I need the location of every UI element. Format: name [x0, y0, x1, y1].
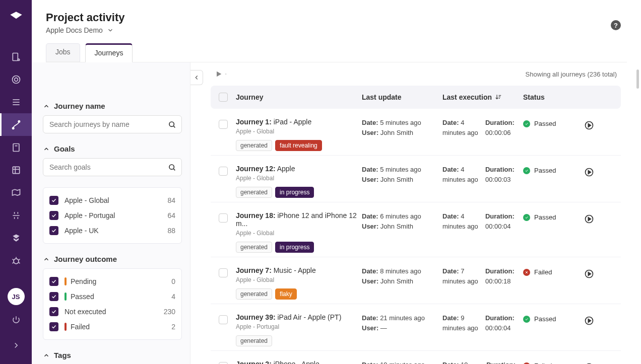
rerun-button[interactable]	[584, 315, 595, 326]
outcome-label: Failed	[71, 323, 90, 331]
search-journey-input[interactable]	[43, 115, 182, 133]
last-execution-cell: Date: 9 minutes agoDuration: 00:00:04	[442, 313, 523, 333]
select-all-checkbox[interactable]	[219, 93, 228, 102]
nav-item-8[interactable]	[0, 204, 32, 227]
checkbox[interactable]	[49, 307, 58, 316]
goal-filter-row: Apple - Portugal64	[49, 208, 175, 223]
row-checkbox[interactable]	[219, 315, 228, 324]
rerun-button[interactable]	[584, 167, 595, 178]
table-row[interactable]: Journey 39: iPad Air - Apple (PT)Apple -…	[211, 304, 621, 351]
row-checkbox[interactable]	[219, 120, 228, 129]
help-icon[interactable]: ?	[611, 20, 621, 30]
journey-title: Journey 1: iPad - Apple	[236, 118, 362, 126]
section-label: Journey name	[54, 102, 105, 110]
project-selector[interactable]: Apple Docs Demo	[46, 26, 627, 34]
search-goals-input[interactable]	[43, 158, 182, 176]
checkbox[interactable]	[49, 292, 58, 301]
tag: generated	[236, 187, 272, 198]
section-outcome[interactable]: Journey outcome	[43, 255, 182, 263]
outcome-count: 0	[171, 277, 175, 285]
collapse-sidebar-button[interactable]	[190, 70, 203, 85]
section-tags[interactable]: Tags	[43, 351, 182, 359]
expand-rail-icon[interactable]	[0, 334, 32, 356]
table-row[interactable]: Journey 18: iPhone 12 and iPhone 12 m...…	[211, 202, 621, 257]
svg-marker-34	[588, 217, 591, 221]
journey-title: Journey 7: Music - Apple	[236, 266, 362, 274]
rerun-button[interactable]	[584, 362, 595, 364]
tab-jobs[interactable]: Jobs	[46, 43, 80, 62]
row-checkbox[interactable]	[219, 213, 228, 223]
chevron-up-icon	[43, 145, 50, 153]
status-color-bar	[65, 277, 67, 285]
svg-point-8	[18, 120, 20, 122]
scrollbar-thumb[interactable]	[636, 69, 639, 89]
journey-tags: generatedflaky	[236, 288, 362, 300]
status-cell: Passed	[523, 165, 584, 174]
search-icon[interactable]	[165, 160, 180, 175]
status-pையed-icon	[523, 167, 530, 174]
goal-filter-row: Apple - Global84	[49, 193, 175, 208]
nav-item-1[interactable]	[0, 45, 32, 68]
rerun-button[interactable]	[584, 213, 595, 225]
run-button[interactable]: ·	[215, 69, 227, 79]
row-checkbox[interactable]	[219, 268, 228, 277]
outcome-count: 4	[171, 293, 175, 301]
status-cell: Passed	[523, 118, 584, 127]
tag: generated	[236, 242, 272, 253]
checkbox[interactable]	[49, 226, 58, 235]
rerun-button[interactable]	[584, 268, 595, 279]
nav-item-bug[interactable]	[0, 249, 32, 272]
col-last-update[interactable]: Last update	[362, 93, 442, 101]
nav-item-2[interactable]	[0, 68, 32, 91]
journey-title: Journey 39: iPad Air - Apple (PT)	[236, 313, 362, 321]
journey-tags: generatedfault revealing	[236, 140, 362, 151]
tag: flaky	[275, 288, 297, 300]
goal-label: Apple - UK	[65, 227, 99, 235]
row-checkbox[interactable]	[219, 167, 228, 176]
nav-item-journeys[interactable]	[0, 113, 32, 136]
col-last-execution[interactable]: Last execution	[442, 93, 523, 101]
outcome-label: Not executed	[65, 308, 106, 316]
nav-rail: JS	[0, 0, 32, 364]
status-pையed-icon	[523, 214, 530, 221]
checkbox[interactable]	[49, 196, 58, 205]
section-goals[interactable]: Goals	[43, 144, 182, 153]
goals-list: Apple - Global84Apple - Portugal64Apple …	[43, 187, 182, 244]
table-row[interactable]: Journey 7: Music - AppleApple - Globalge…	[211, 257, 621, 304]
nav-item-6[interactable]	[0, 159, 32, 181]
table-area: · Showing all journeys (236 total) Journ…	[190, 62, 641, 364]
row-checkbox[interactable]	[219, 362, 228, 364]
nav-item-3[interactable]	[0, 91, 32, 113]
table-row[interactable]: Journey 12: AppleApple - Globalgenerated…	[211, 156, 621, 202]
rerun-button[interactable]	[584, 120, 595, 131]
checkbox[interactable]	[49, 277, 58, 286]
tag: in progress	[275, 187, 314, 198]
table-row[interactable]: Journey 1: iPad - AppleApple - Globalgen…	[211, 109, 621, 156]
avatar[interactable]: JS	[8, 288, 25, 305]
section-journey-name[interactable]: Journey name	[43, 102, 182, 110]
tag: generated	[236, 140, 272, 151]
nav-item-9[interactable]	[0, 227, 32, 249]
checkbox[interactable]	[49, 322, 58, 331]
status-cell: Failed	[523, 360, 584, 364]
table-row[interactable]: Journey 2: iPhone - AppleApple - Globalg…	[211, 351, 621, 364]
goal-count: 88	[167, 227, 175, 235]
nav-item-5[interactable]	[0, 136, 32, 159]
svg-line-16	[12, 259, 14, 260]
journey-subtitle: Apple - Global	[236, 128, 362, 135]
tab-journeys[interactable]: Journeys	[85, 43, 133, 62]
search-icon[interactable]	[165, 117, 180, 132]
nav-item-7[interactable]	[0, 181, 32, 204]
outcome-filter-row: Failed2	[49, 319, 175, 334]
col-journey[interactable]: Journey	[236, 93, 362, 101]
svg-line-21	[173, 126, 175, 127]
col-status[interactable]: Status	[523, 93, 584, 101]
svg-point-14	[14, 258, 19, 263]
power-icon[interactable]	[0, 308, 32, 331]
goal-count: 64	[167, 211, 175, 220]
checkbox[interactable]	[49, 211, 58, 220]
svg-line-18	[12, 262, 14, 263]
filter-sidebar: Journey name Goals Apple - Global84Apple…	[32, 62, 190, 364]
svg-point-20	[169, 122, 174, 126]
svg-point-3	[14, 78, 18, 81]
